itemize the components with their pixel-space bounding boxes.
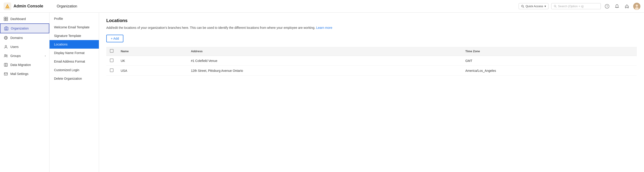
row-checkbox-cell	[106, 66, 117, 76]
sidebar-item-label: Data Migration	[10, 63, 31, 67]
svg-rect-12	[4, 17, 6, 19]
row-name: UK	[117, 56, 187, 66]
content-description: Add/edit the locations of your organizat…	[106, 26, 637, 30]
topbar-right: Quick Access ▾ Search (Option + q) ?	[518, 3, 640, 10]
logo-icon	[4, 2, 11, 10]
chevron-right-icon: ›	[45, 54, 46, 58]
row-checkbox[interactable]	[110, 58, 114, 62]
learn-more-link[interactable]: Learn more	[316, 26, 332, 30]
domains-icon	[4, 36, 8, 40]
app-title: Admin Console	[14, 4, 43, 8]
row-timezone: GMT	[462, 56, 637, 66]
second-nav: Profile Welcome Email Template Signature…	[50, 12, 99, 172]
quick-access-button[interactable]: Quick Access ▾	[518, 3, 548, 9]
notifications-button[interactable]	[614, 3, 620, 10]
second-nav-locations[interactable]: Locations	[50, 40, 99, 49]
row-checkbox[interactable]	[110, 68, 114, 72]
sidebar-item-dashboard[interactable]: Dashboard	[0, 14, 49, 24]
svg-point-10	[636, 4, 638, 7]
second-nav-welcome-email[interactable]: Welcome Email Template	[50, 23, 99, 32]
column-header-name: Name	[117, 47, 187, 56]
sidebar-item-label: Dashboard	[10, 17, 26, 21]
svg-rect-1	[6, 6, 8, 8]
svg-point-25	[4, 54, 6, 56]
mail-settings-icon	[4, 72, 8, 76]
sidebar-item-label: Domains	[10, 36, 23, 40]
svg-rect-15	[6, 19, 8, 21]
sidebar-item-label: Organization	[11, 26, 28, 30]
second-nav-delete-org[interactable]: Delete Organization	[50, 74, 99, 83]
data-migration-icon	[4, 62, 8, 67]
sidebar-item-domains[interactable]: Domains	[0, 33, 49, 42]
row-checkbox-cell	[106, 56, 117, 66]
select-all-checkbox[interactable]	[110, 49, 114, 53]
column-header-timezone: Time Zone	[462, 47, 637, 56]
sidebar-item-organization[interactable]: Organization	[0, 24, 49, 33]
svg-line-6	[556, 6, 556, 8]
topbar: Admin Console Organization Quick Access …	[0, 0, 644, 12]
svg-rect-13	[6, 17, 8, 19]
second-nav-display-name[interactable]: Display Name Format	[50, 49, 99, 57]
svg-point-26	[6, 55, 8, 56]
svg-rect-19	[6, 29, 6, 30]
avatar[interactable]	[633, 3, 640, 10]
sidebar-item-label: Users	[10, 45, 19, 49]
home-button[interactable]	[623, 3, 630, 10]
sidebar: Dashboard Organization Domains Users Gro	[0, 12, 50, 172]
organization-icon	[4, 26, 8, 30]
main-layout: Dashboard Organization Domains Users Gro	[0, 12, 644, 172]
svg-point-3	[522, 5, 523, 7]
sidebar-item-users[interactable]: Users	[0, 42, 49, 51]
svg-rect-16	[4, 27, 8, 30]
svg-text:?: ?	[606, 5, 608, 8]
locations-table: Name Address Time Zone UK #1 Colefield V…	[106, 47, 637, 76]
second-nav-signature[interactable]: Signature Template	[50, 32, 99, 40]
dashboard-icon	[4, 17, 8, 21]
second-nav-customized-login[interactable]: Customized Login	[50, 66, 99, 74]
row-address: #1 Colefield Venue	[187, 56, 462, 66]
row-address: 12th Street, Pittsburg Avenue Ontario	[187, 66, 462, 76]
svg-point-24	[5, 46, 7, 47]
svg-rect-18	[6, 28, 7, 29]
sidebar-item-groups[interactable]: Groups ›	[0, 51, 49, 60]
column-header-checkbox	[106, 47, 117, 56]
row-name: USA	[117, 66, 187, 76]
row-timezone: America/Los_Angeles	[462, 66, 637, 76]
users-icon	[4, 44, 8, 49]
table-row: UK #1 Colefield Venue GMT	[106, 56, 637, 66]
column-header-address: Address	[187, 47, 462, 56]
sidebar-item-label: Mail Settings	[10, 72, 28, 76]
svg-line-4	[523, 7, 524, 8]
sidebar-item-data-migration[interactable]: Data Migration	[0, 60, 49, 69]
svg-point-5	[554, 5, 556, 7]
search-icon-small	[521, 5, 524, 8]
table-header-row: Name Address Time Zone	[106, 47, 637, 56]
groups-icon	[4, 54, 8, 58]
svg-rect-29	[4, 73, 8, 75]
second-nav-email-address[interactable]: Email Address Format	[50, 57, 99, 66]
add-button[interactable]: + Add	[106, 35, 124, 42]
second-nav-profile[interactable]: Profile	[50, 14, 99, 23]
table-row: USA 12th Street, Pittsburg Avenue Ontari…	[106, 66, 637, 76]
svg-point-2	[7, 5, 8, 6]
sidebar-item-mail-settings[interactable]: Mail Settings	[0, 69, 49, 78]
page-title: Organization	[53, 4, 518, 8]
help-button[interactable]: ?	[604, 3, 611, 10]
svg-rect-20	[6, 29, 7, 30]
svg-rect-17	[6, 28, 6, 29]
content-title: Locations	[106, 18, 637, 23]
search-icon	[554, 5, 557, 8]
logo: Admin Console	[4, 2, 53, 10]
svg-rect-14	[4, 19, 6, 21]
svg-point-11	[635, 7, 638, 10]
search-input[interactable]: Search (Option + q)	[551, 3, 601, 9]
sidebar-item-label: Groups	[10, 54, 21, 58]
content-area: Locations Add/edit the locations of your…	[99, 12, 644, 172]
